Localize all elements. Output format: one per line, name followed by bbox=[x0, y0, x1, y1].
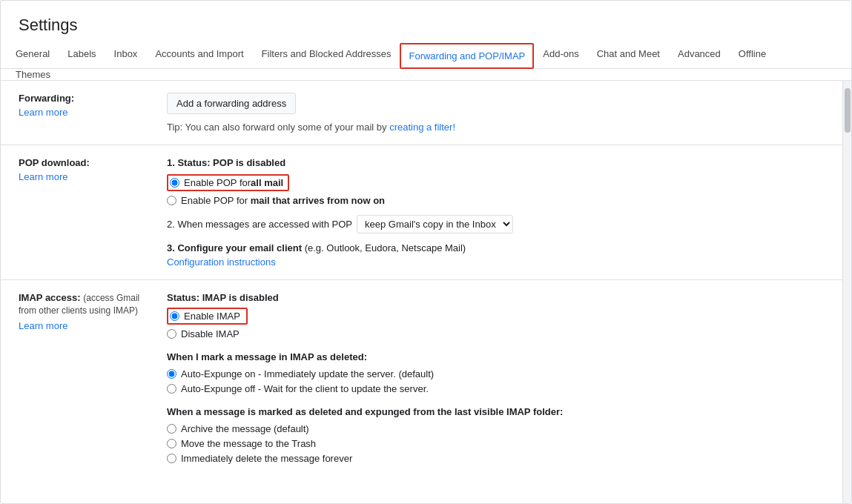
forwarding-title: Forwarding: bbox=[19, 93, 74, 104]
imap-enable-row: Enable IMAP bbox=[167, 308, 825, 325]
tab-labels[interactable]: Labels bbox=[59, 41, 105, 69]
pop-option2-row: Enable POP for mail that arrives from no… bbox=[167, 195, 825, 206]
imap-expunged-opt1-label: Archive the message (default) bbox=[181, 423, 309, 434]
tab-chat[interactable]: Chat and Meet bbox=[588, 41, 669, 69]
imap-enable-highlight: Enable IMAP bbox=[167, 308, 248, 325]
forwarding-label-col: Forwarding: Learn more bbox=[19, 93, 167, 133]
imap-enable-label: Enable IMAP bbox=[184, 311, 240, 322]
imap-expunged-title: When a message is marked as deleted and … bbox=[167, 406, 825, 417]
tab-advanced[interactable]: Advanced bbox=[669, 41, 730, 69]
imap-archive-radio[interactable] bbox=[167, 424, 176, 434]
pop-label-col: POP download: Learn more bbox=[19, 157, 167, 268]
scrollbar-thumb[interactable] bbox=[845, 88, 851, 133]
imap-expunged-opt3-row: Immediately delete the message forever bbox=[167, 453, 825, 464]
pop-configure-row: 3. Configure your email client (e.g. Out… bbox=[167, 242, 825, 268]
configure-sub: (e.g. Outlook, Eudora, Netscape Mail) bbox=[305, 242, 466, 253]
pop-title: POP download: bbox=[19, 157, 90, 168]
forwarding-content: Add a forwarding address Tip: You can al… bbox=[167, 93, 825, 133]
tab-accounts[interactable]: Accounts and Import bbox=[146, 41, 252, 69]
page-title: Settings bbox=[1, 1, 851, 41]
pop-option1-row: Enable POP for all mail bbox=[167, 174, 825, 191]
imap-deleted-block: When I mark a message in IMAP as deleted… bbox=[167, 351, 825, 394]
settings-window: Settings General Labels Inbox Accounts a… bbox=[0, 0, 852, 504]
pop-option1-highlight: Enable POP for all mail bbox=[167, 174, 289, 191]
imap-deleted-title: When I mark a message in IMAP as deleted… bbox=[167, 351, 825, 362]
imap-deleted-opt2-row: Auto-Expunge off - Wait for the client t… bbox=[167, 383, 825, 394]
tip-text-prefix: Tip: You can also forward only some of y… bbox=[167, 122, 387, 133]
tab-forwarding[interactable]: Forwarding and POP/IMAP bbox=[400, 43, 534, 69]
add-forwarding-button[interactable]: Add a forwarding address bbox=[167, 93, 296, 114]
imap-expunged-block: When a message is marked as deleted and … bbox=[167, 406, 825, 464]
imap-expunged-opt3-label: Immediately delete the message forever bbox=[181, 453, 352, 464]
tab-offline[interactable]: Offline bbox=[730, 41, 775, 69]
tab-filters[interactable]: Filters and Blocked Addresses bbox=[253, 41, 400, 69]
pop-from-now-prefix: Enable POP for bbox=[181, 195, 248, 206]
pop-status: 1. Status: POP is disabled bbox=[167, 157, 825, 168]
imap-content: Status: IMAP is disabled Enable IMAP Dis… bbox=[167, 292, 825, 468]
imap-deleted-opt2-label: Auto-Expunge off - Wait for the client t… bbox=[181, 383, 429, 394]
pop-when-label: 2. When messages are accessed with POP bbox=[167, 219, 352, 230]
imap-status: Status: IMAP is disabled bbox=[167, 292, 825, 303]
pop-content: 1. Status: POP is disabled Enable POP fo… bbox=[167, 157, 825, 268]
pop-all-mail-radio[interactable] bbox=[170, 178, 179, 188]
imap-disable-radio[interactable] bbox=[167, 329, 176, 339]
configuration-instructions-link[interactable]: Configuration instructions bbox=[167, 256, 825, 268]
imap-learn-more[interactable]: Learn more bbox=[19, 320, 155, 331]
pop-when-row: 2. When messages are accessed with POP k… bbox=[167, 215, 825, 233]
imap-auto-expunge-on-radio[interactable] bbox=[167, 369, 176, 379]
pop-all-mail-prefix: Enable POP for bbox=[184, 177, 251, 188]
nav-tabs-row1: General Labels Inbox Accounts and Import… bbox=[1, 41, 851, 69]
nav-tabs-row2: Themes bbox=[1, 69, 851, 81]
section-pop: POP download: Learn more 1. Status: POP … bbox=[1, 145, 842, 280]
section-forwarding: Forwarding: Learn more Add a forwarding … bbox=[1, 81, 842, 145]
imap-disable-row: Disable IMAP bbox=[167, 328, 825, 339]
scrollbar-track[interactable] bbox=[842, 81, 851, 503]
pop-all-mail-bold: all mail bbox=[251, 177, 283, 188]
imap-trash-radio[interactable] bbox=[167, 439, 176, 448]
creating-filter-link[interactable]: creating a filter! bbox=[389, 122, 455, 133]
content-area: Forwarding: Learn more Add a forwarding … bbox=[1, 81, 851, 503]
imap-auto-expunge-off-radio[interactable] bbox=[167, 384, 176, 394]
imap-title: IMAP access: bbox=[19, 292, 81, 303]
imap-deleted-opt1-row: Auto-Expunge on - Immediately update the… bbox=[167, 368, 825, 379]
imap-label-col: IMAP access: (access Gmail from other cl… bbox=[19, 292, 167, 468]
pop-from-now-bold: mail that arrives from now on bbox=[251, 195, 385, 206]
tab-addons[interactable]: Add-ons bbox=[534, 41, 587, 69]
imap-disable-label: Disable IMAP bbox=[181, 328, 240, 339]
imap-expunged-opt2-label: Move the message to the Trash bbox=[181, 438, 316, 449]
tab-inbox[interactable]: Inbox bbox=[105, 41, 147, 69]
forwarding-learn-more[interactable]: Learn more bbox=[19, 107, 155, 118]
section-imap: IMAP access: (access Gmail from other cl… bbox=[1, 280, 842, 480]
forwarding-tip: Tip: You can also forward only some of y… bbox=[167, 122, 825, 133]
pop-learn-more[interactable]: Learn more bbox=[19, 171, 155, 182]
imap-expunged-opt1-row: Archive the message (default) bbox=[167, 423, 825, 434]
imap-delete-forever-radio[interactable] bbox=[167, 454, 176, 463]
main-content: Forwarding: Learn more Add a forwarding … bbox=[1, 81, 842, 503]
pop-when-select[interactable]: keep Gmail's copy in the Inbox archive G… bbox=[357, 215, 513, 233]
imap-enable-radio[interactable] bbox=[170, 311, 179, 321]
imap-expunged-opt2-row: Move the message to the Trash bbox=[167, 438, 825, 449]
imap-deleted-opt1-label: Auto-Expunge on - Immediately update the… bbox=[181, 368, 434, 379]
pop-from-now-radio[interactable] bbox=[167, 196, 176, 205]
configure-label: 3. Configure your email client (e.g. Out… bbox=[167, 242, 466, 253]
imap-subtext2: IMAP) bbox=[113, 305, 138, 316]
